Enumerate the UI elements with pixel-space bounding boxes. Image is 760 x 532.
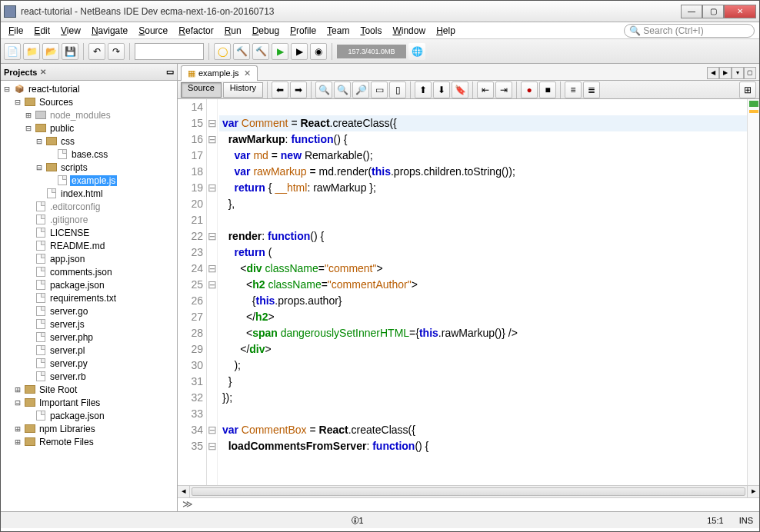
line-number[interactable]: 19 xyxy=(181,180,203,196)
line-number[interactable]: 26 xyxy=(181,293,203,309)
line-gutter[interactable]: 1415161718192021222324252627282930313233… xyxy=(178,99,207,485)
tree-node-example.js[interactable]: example.js xyxy=(2,174,175,187)
expand-icon[interactable]: ⊟ xyxy=(13,397,22,408)
source-view-button[interactable]: Source xyxy=(181,82,222,98)
line-number[interactable]: 16 xyxy=(181,131,203,148)
tree-node-requirements.txt[interactable]: requirements.txt xyxy=(2,291,175,304)
tab-scroll-right[interactable]: ▶ xyxy=(719,67,732,79)
tree-node-package.json[interactable]: package.json xyxy=(2,278,175,291)
gc-button[interactable]: 🌐 xyxy=(408,43,425,60)
fold-icon[interactable] xyxy=(207,374,217,390)
fold-icon[interactable]: ⊟ xyxy=(207,180,217,196)
code-editor[interactable]: 1415161718192021222324252627282930313233… xyxy=(178,99,759,485)
tree-node-app.json[interactable]: app.json xyxy=(2,252,175,265)
toggle-rect-button[interactable]: ▯ xyxy=(389,81,406,98)
fold-icon[interactable]: ⊟ xyxy=(207,438,217,454)
code-line[interactable]: var md = new Remarkable(); xyxy=(219,148,747,164)
fold-icon[interactable] xyxy=(207,244,217,261)
uncomment-button[interactable]: ≣ xyxy=(583,81,600,98)
line-number[interactable]: 15 xyxy=(181,115,203,131)
menu-navigate[interactable]: Navigate xyxy=(88,24,131,38)
line-number[interactable]: 33 xyxy=(181,406,203,422)
find-next-button[interactable]: 🔎 xyxy=(352,81,369,98)
find-sel-button[interactable]: 🔍 xyxy=(315,81,332,98)
panel-close-icon[interactable]: ✕ xyxy=(40,68,46,76)
code-line[interactable]: var CommentBox = React.createClass({ xyxy=(219,422,747,438)
menu-run[interactable]: Run xyxy=(222,24,245,38)
code-content[interactable]: var Comment = React.createClass({ rawMar… xyxy=(218,99,747,485)
macro-stop-button[interactable]: ■ xyxy=(539,81,556,98)
tree-node-comments.json[interactable]: comments.json xyxy=(2,265,175,278)
tree-node-Sources[interactable]: ⊟Sources xyxy=(2,95,175,108)
fold-column[interactable]: ⊟⊟⊟⊟⊟⊟⊟⊟ xyxy=(207,99,218,485)
tree-node-npm Libraries[interactable]: ⊞npm Libraries xyxy=(2,422,175,435)
line-number[interactable]: 22 xyxy=(181,228,203,244)
fold-icon[interactable] xyxy=(207,196,217,212)
code-line[interactable]: {this.props.author} xyxy=(219,293,747,309)
tree-node-react-tutorial[interactable]: ⊟📦react-tutorial xyxy=(2,82,175,95)
tree-node-Important Files[interactable]: ⊟Important Files xyxy=(2,396,175,409)
cursor-position[interactable]: 15:1 xyxy=(707,516,723,525)
fold-icon[interactable] xyxy=(207,325,217,341)
insert-mode[interactable]: INS xyxy=(739,516,753,525)
code-line[interactable] xyxy=(219,212,747,228)
line-number[interactable]: 14 xyxy=(181,99,203,115)
find-prev-button[interactable]: 🔍 xyxy=(334,81,351,98)
tree-node-README.md[interactable]: README.md xyxy=(2,239,175,252)
fold-icon[interactable]: ⊟ xyxy=(207,277,217,293)
line-number[interactable]: 20 xyxy=(181,196,203,212)
fold-icon[interactable]: ⊟ xyxy=(207,115,217,131)
code-line[interactable] xyxy=(219,99,747,115)
redo-button[interactable]: ↷ xyxy=(108,43,125,60)
new-file-button[interactable]: 📄 xyxy=(4,43,21,60)
fold-icon[interactable] xyxy=(207,164,217,180)
nav-fwd-button[interactable]: ➡ xyxy=(290,81,307,98)
code-line[interactable]: <div className="comment"> xyxy=(219,261,747,277)
code-line[interactable]: var Comment = React.createClass({ xyxy=(219,115,747,131)
nav-back-button[interactable]: ⬅ xyxy=(272,81,288,98)
code-line[interactable]: }, xyxy=(219,196,747,212)
expand-icon[interactable]: ⊟ xyxy=(35,162,44,173)
notifications-icon[interactable]: 🛈1 xyxy=(351,516,364,525)
tree-node-server.rb[interactable]: server.rb xyxy=(2,370,175,383)
quick-search[interactable]: 🔍 Search (Ctrl+I) xyxy=(624,24,755,38)
menu-profile[interactable]: Profile xyxy=(287,24,319,38)
save-all-button[interactable]: 💾 xyxy=(62,43,78,60)
build-button[interactable]: 🔨 xyxy=(233,43,250,60)
fold-icon[interactable]: ⊟ xyxy=(207,131,217,148)
toggle-bookmark-button[interactable]: 🔖 xyxy=(452,81,468,98)
expand-icon[interactable]: ⊟ xyxy=(13,97,22,108)
expand-icon[interactable]: ⊟ xyxy=(35,136,44,147)
new-project-button[interactable]: 📁 xyxy=(23,43,40,60)
line-number[interactable]: 24 xyxy=(181,261,203,277)
tab-scroll-left[interactable]: ◀ xyxy=(707,67,719,79)
toggle-highlight-button[interactable]: ▭ xyxy=(371,81,388,98)
code-line[interactable]: return { __html: rawMarkup }; xyxy=(219,180,747,196)
fold-icon[interactable] xyxy=(207,309,217,325)
shift-right-button[interactable]: ⇥ xyxy=(495,81,512,98)
code-line[interactable]: <h2 className="commentAuthor"> xyxy=(219,277,747,293)
line-number[interactable]: 21 xyxy=(181,212,203,228)
menu-debug[interactable]: Debug xyxy=(249,24,282,38)
line-number[interactable]: 17 xyxy=(181,148,203,164)
tree-node-server.js[interactable]: server.js xyxy=(2,318,175,331)
menu-edit[interactable]: Edit xyxy=(31,24,53,38)
menu-view[interactable]: View xyxy=(58,24,84,38)
line-number[interactable]: 28 xyxy=(181,325,203,341)
tree-node-index.html[interactable]: index.html xyxy=(2,187,175,200)
code-line[interactable]: <span dangerouslySetInnerHTML={this.rawM… xyxy=(219,325,747,341)
expand-icon[interactable]: ⊞ xyxy=(13,437,22,447)
tree-node-node_modules[interactable]: ⊞node_modules xyxy=(2,108,175,121)
fold-icon[interactable] xyxy=(207,357,217,374)
fold-icon[interactable] xyxy=(207,212,217,228)
code-line[interactable] xyxy=(219,406,747,422)
memory-indicator[interactable]: 157.3/401.0MB xyxy=(337,45,406,58)
line-number[interactable]: 18 xyxy=(181,164,203,180)
tree-node-Site Root[interactable]: ⊞Site Root xyxy=(2,383,175,396)
profile-button[interactable]: ◉ xyxy=(310,43,327,60)
clean-build-button[interactable]: 🔨 xyxy=(252,43,269,60)
tree-node-.gitignore[interactable]: .gitignore xyxy=(2,213,175,226)
fold-icon[interactable]: ⊟ xyxy=(207,422,217,438)
error-stripe[interactable] xyxy=(747,99,759,485)
prev-bookmark-button[interactable]: ⬆ xyxy=(415,81,432,98)
